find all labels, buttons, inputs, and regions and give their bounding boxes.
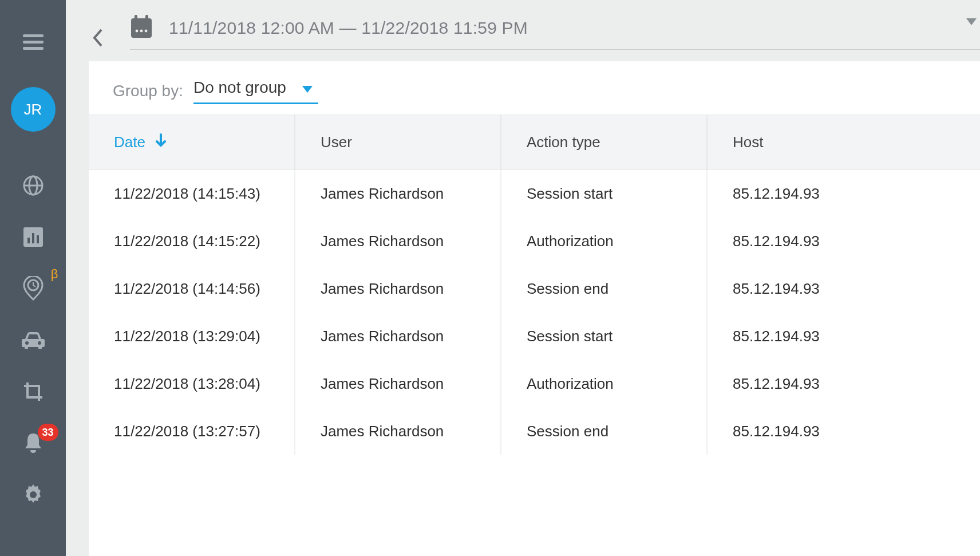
- cell-action: Session start: [501, 170, 707, 218]
- gear-icon: [23, 484, 44, 505]
- sidebar-item-crop[interactable]: [19, 378, 47, 405]
- cell-action: Authorization: [501, 360, 707, 408]
- cell-host: 85.12.194.93: [707, 360, 980, 408]
- column-header-user[interactable]: User: [295, 115, 501, 170]
- svg-rect-1: [23, 41, 44, 44]
- audit-table: Date User Action t: [89, 115, 980, 556]
- svg-rect-14: [131, 18, 152, 38]
- beta-badge: β: [51, 267, 58, 282]
- cell-action: Session start: [501, 313, 707, 360]
- chevron-left-icon: [92, 29, 104, 47]
- cell-user: James Richardson: [295, 360, 501, 408]
- column-header-host[interactable]: Host: [707, 115, 980, 170]
- column-header-label: Host: [733, 133, 763, 151]
- date-range-text: 11/11/2018 12:00 AM — 11/22/2018 11:59 P…: [169, 18, 528, 38]
- cell-date: 11/22/2018 (14:14:56): [89, 265, 295, 313]
- avatar-initials: JR: [24, 101, 42, 119]
- main-content: 11/11/2018 12:00 AM — 11/22/2018 11:59 P…: [66, 0, 980, 556]
- sidebar-item-settings[interactable]: [19, 481, 47, 508]
- svg-rect-2: [23, 47, 44, 50]
- sort-descending-icon: [155, 133, 167, 151]
- sidebar-item-globe[interactable]: [19, 172, 47, 199]
- svg-point-17: [136, 30, 139, 33]
- table-body: 11/22/2018 (14:15:43)James RichardsonSes…: [89, 170, 980, 456]
- group-by-bar: Group by: Do not group: [89, 61, 980, 115]
- cell-host: 85.12.194.93: [707, 313, 980, 360]
- cell-action: Session end: [501, 408, 707, 455]
- cell-date: 11/22/2018 (14:15:22): [89, 218, 295, 265]
- table-header-row: Date User Action t: [89, 115, 980, 170]
- avatar[interactable]: JR: [11, 87, 56, 132]
- calendar-icon: [130, 15, 153, 41]
- cell-date: 11/22/2018 (13:28:04): [89, 360, 295, 408]
- svg-point-19: [145, 30, 148, 33]
- svg-point-11: [25, 341, 29, 345]
- cell-action: Session end: [501, 265, 707, 313]
- clock-pin-icon: [22, 276, 44, 301]
- hamburger-icon: [23, 34, 44, 50]
- svg-rect-7: [27, 238, 30, 243]
- cell-date: 11/22/2018 (13:29:04): [89, 313, 295, 360]
- group-by-select[interactable]: Do not group: [193, 77, 318, 104]
- cell-user: James Richardson: [295, 170, 501, 218]
- sidebar-item-vehicles[interactable]: [19, 326, 47, 354]
- cell-date: 11/22/2018 (13:27:57): [89, 408, 295, 455]
- cell-host: 85.12.194.93: [707, 218, 980, 265]
- notification-count-badge: 33: [38, 424, 58, 441]
- svg-rect-8: [32, 233, 34, 243]
- cell-host: 85.12.194.93: [707, 170, 980, 218]
- chevron-down-icon: [302, 78, 313, 97]
- group-by-value: Do not group: [193, 78, 286, 97]
- sidebar-item-reports[interactable]: [19, 223, 47, 251]
- cell-user: James Richardson: [295, 408, 501, 455]
- svg-rect-16: [145, 15, 148, 21]
- table-row[interactable]: 11/22/2018 (13:27:57)James RichardsonSes…: [89, 408, 980, 455]
- bar-chart-icon: [23, 227, 43, 247]
- hamburger-menu-button[interactable]: [19, 29, 47, 56]
- app-root: JR β: [0, 0, 980, 556]
- svg-rect-9: [37, 235, 39, 243]
- column-header-label: Action type: [527, 133, 600, 151]
- svg-point-18: [140, 30, 143, 33]
- column-header-date[interactable]: Date: [89, 115, 295, 170]
- svg-rect-15: [135, 15, 137, 21]
- table-row[interactable]: 11/22/2018 (14:14:56)James RichardsonSes…: [89, 265, 980, 313]
- cell-user: James Richardson: [295, 313, 501, 360]
- cell-user: James Richardson: [295, 218, 501, 265]
- sidebar: JR β: [0, 0, 66, 556]
- crop-icon: [23, 381, 44, 402]
- cell-date: 11/22/2018 (14:15:43): [89, 170, 295, 218]
- back-button[interactable]: [86, 26, 109, 49]
- cell-host: 85.12.194.93: [707, 265, 980, 313]
- car-icon: [22, 331, 45, 349]
- table-row[interactable]: 11/22/2018 (14:15:22)James RichardsonAut…: [89, 218, 980, 265]
- sidebar-item-notifications[interactable]: 33: [19, 429, 47, 457]
- svg-point-12: [38, 341, 41, 345]
- sidebar-item-tracking[interactable]: β: [19, 275, 47, 302]
- table-row[interactable]: 11/22/2018 (13:28:04)James RichardsonAut…: [89, 360, 980, 408]
- cell-action: Authorization: [501, 218, 707, 265]
- date-range-picker[interactable]: 11/11/2018 12:00 AM — 11/22/2018 11:59 P…: [130, 15, 980, 50]
- group-by-label: Group by:: [113, 82, 183, 100]
- topbar: 11/11/2018 12:00 AM — 11/22/2018 11:59 P…: [66, 0, 980, 61]
- column-header-action[interactable]: Action type: [501, 115, 707, 170]
- table-row[interactable]: 11/22/2018 (13:29:04)James RichardsonSes…: [89, 313, 980, 360]
- chevron-down-icon: [966, 17, 977, 27]
- svg-rect-0: [23, 34, 44, 37]
- globe-icon: [22, 175, 44, 196]
- svg-point-13: [30, 491, 37, 498]
- cell-user: James Richardson: [295, 265, 501, 313]
- column-header-label: User: [321, 133, 352, 151]
- cell-host: 85.12.194.93: [707, 408, 980, 455]
- table-row[interactable]: 11/22/2018 (14:15:43)James RichardsonSes…: [89, 170, 980, 218]
- column-header-label: Date: [114, 133, 145, 151]
